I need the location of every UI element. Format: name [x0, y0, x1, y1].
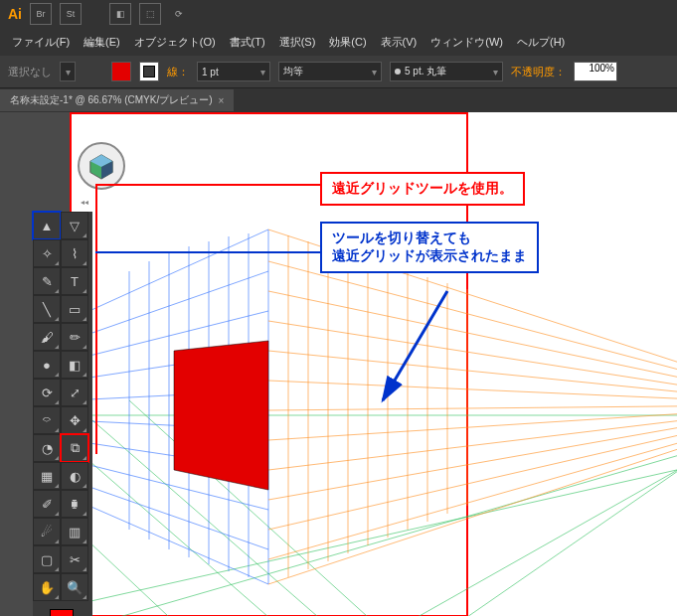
opacity-value[interactable]: 100%	[574, 62, 617, 81]
fill-stroke-control[interactable]	[33, 601, 90, 616]
tool-column-graph[interactable]: ▥	[61, 518, 88, 545]
tool-line[interactable]: ╲	[33, 295, 61, 323]
stock-icon[interactable]: St	[60, 3, 82, 25]
callout-blue-line2: 遠近グリッドが表示されたまま	[332, 247, 527, 263]
tool-scale[interactable]: ⤢	[61, 379, 88, 406]
callout-blue: ツールを切り替えても 遠近グリッドが表示されたまま	[320, 222, 539, 273]
menu-effect[interactable]: 効果(C)	[325, 33, 370, 52]
tool-blob-brush[interactable]: ●	[33, 351, 61, 379]
callout-blue-line1: ツールを切り替えても	[332, 230, 471, 245]
menu-help[interactable]: ヘルプ(H)	[513, 33, 569, 52]
svg-line-6	[70, 450, 677, 616]
layout-icon[interactable]: ⬚	[139, 3, 161, 25]
brush-def[interactable]: 5 pt. 丸筆	[390, 62, 503, 81]
tool-symbol-sprayer[interactable]: ☄	[33, 518, 61, 545]
stroke-weight[interactable]: 1 pt	[197, 62, 270, 81]
tool-selection[interactable]: ▲	[33, 212, 61, 239]
options-bar: 選択なし 線： 1 pt 均等 5 pt. 丸筆 不透明度： 100%	[0, 56, 677, 88]
callout-red-text: 遠近グリッドツールを使用。	[332, 180, 513, 196]
svg-line-30	[268, 321, 677, 398]
svg-line-32	[268, 381, 677, 402]
callout-red: 遠近グリッドツールを使用。	[320, 172, 525, 206]
tab-close[interactable]: ×	[219, 95, 225, 106]
menu-type[interactable]: 書式(T)	[226, 33, 269, 52]
tool-lasso[interactable]: ⌇	[61, 239, 88, 267]
tool-rectangle[interactable]: ▭	[61, 295, 88, 323]
menu-select[interactable]: 選択(S)	[275, 33, 320, 52]
selection-status: 選択なし	[8, 65, 52, 79]
menu-object[interactable]: オブジェクト(O)	[130, 33, 220, 52]
tool-free-transform[interactable]: ✥	[61, 406, 88, 434]
svg-line-28	[268, 261, 677, 392]
menu-file[interactable]: ファイル(F)	[8, 33, 74, 52]
svg-line-34	[268, 408, 677, 440]
menu-window[interactable]: ウィンドウ(W)	[426, 33, 507, 52]
svg-line-29	[268, 291, 677, 395]
document-tab[interactable]: 名称未設定-1* @ 66.67% (CMYK/プレビュー) ×	[0, 89, 234, 111]
stroke-profile[interactable]: 均等	[278, 62, 382, 81]
svg-line-8	[467, 410, 677, 616]
tool-width[interactable]: ⌔	[33, 406, 61, 434]
toolbox: ▲ ▽ ✧ ⌇ ✎ T ╲ ▭ 🖌 ✏ ● ◧ ⟳ ⤢ ⌔ ✥ ◔ ⧉ ▦ ◐ …	[33, 212, 92, 616]
leader-red-v	[95, 184, 97, 454]
svg-line-4	[418, 420, 677, 616]
opacity-label: 不透明度：	[511, 65, 566, 79]
svg-line-31	[268, 351, 677, 400]
tool-type[interactable]: T	[61, 267, 88, 295]
document-tabs: 名称未設定-1* @ 66.67% (CMYK/プレビュー) ×	[0, 88, 677, 112]
sync-icon[interactable]: ⟳	[169, 4, 189, 24]
blue-arrow	[368, 281, 467, 420]
leader-red-h	[95, 184, 320, 186]
tool-perspective-grid[interactable]: ⧉	[61, 434, 88, 462]
tool-gradient[interactable]: ◐	[61, 462, 88, 490]
perspective-plane-widget[interactable]	[78, 142, 125, 190]
selection-dropdown[interactable]	[60, 62, 76, 81]
tool-mesh[interactable]: ▦	[33, 462, 61, 490]
svg-line-37	[268, 415, 677, 530]
fill-swatch[interactable]	[111, 62, 131, 81]
tool-zoom[interactable]: 🔍	[61, 573, 88, 601]
tool-hand[interactable]: ✋	[33, 573, 61, 601]
svg-line-33	[268, 405, 677, 410]
menu-view[interactable]: 表示(V)	[377, 33, 422, 52]
stroke-swatch[interactable]	[139, 62, 159, 81]
menu-edit[interactable]: 編集(E)	[80, 33, 124, 52]
tool-pen[interactable]: ✎	[33, 267, 61, 295]
bridge-icon[interactable]: Br	[30, 3, 52, 25]
tool-paintbrush[interactable]: 🖌	[33, 323, 61, 351]
svg-line-36	[268, 412, 677, 500]
red-cube-face	[174, 341, 268, 490]
menu-bar: ファイル(F) 編集(E) オブジェクト(O) 書式(T) 選択(S) 効果(C…	[0, 28, 677, 56]
tool-direct-selection[interactable]: ▽	[61, 212, 88, 239]
workspace: 遠近グリッドツールを使用。 ツールを切り替えても 遠近グリッドが表示されたまま …	[0, 112, 677, 616]
leader-blue-h	[95, 251, 320, 253]
svg-line-53	[383, 291, 447, 400]
tab-title: 名称未設定-1* @ 66.67% (CMYK/プレビュー)	[10, 93, 213, 107]
ai-logo: Ai	[8, 6, 22, 22]
tool-blend[interactable]: ⧯	[61, 490, 88, 518]
tool-shape-builder[interactable]: ◔	[33, 434, 61, 462]
tool-rotate[interactable]: ⟳	[33, 379, 61, 406]
svg-line-39	[268, 420, 677, 584]
tool-magic-wand[interactable]: ✧	[33, 239, 61, 267]
tool-pencil[interactable]: ✏	[61, 323, 88, 351]
tool-eraser[interactable]: ◧	[61, 351, 88, 379]
stroke-label: 線：	[167, 65, 189, 79]
tool-artboard[interactable]: ▢	[33, 545, 61, 573]
arrange-icon[interactable]: ◧	[109, 3, 131, 25]
title-bar: Ai Br St ◧ ⬚ ⟳	[0, 0, 677, 28]
brush-label: 5 pt. 丸筆	[405, 65, 446, 78]
tool-slice[interactable]: ✂	[61, 545, 88, 573]
tool-eyedropper[interactable]: ✐	[33, 490, 61, 518]
